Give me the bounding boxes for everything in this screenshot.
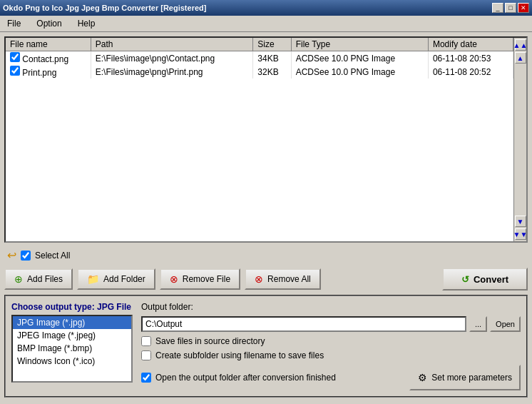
cell-size-1: 34KB — [253, 51, 291, 66]
table-row[interactable]: Contact.png E:\Files\image\png\Contact.p… — [6, 51, 513, 66]
file-table: File name Path Size File Type Modify dat… — [6, 38, 513, 241]
col-size: Size — [253, 38, 291, 51]
maximize-button[interactable]: □ — [505, 3, 516, 13]
col-filetype: File Type — [291, 38, 428, 51]
title-text: Okdo Png to Ico Jpg Jpeg Bmp Converter [… — [3, 4, 206, 12]
output-type-selected: JPG File — [97, 302, 131, 312]
open-button[interactable]: Open — [490, 316, 521, 332]
select-all-checkbox[interactable] — [21, 251, 31, 261]
scroll-top-button[interactable]: ▲▲ — [515, 39, 526, 51]
output-type-section: Choose output type: JPG File JPG Image (… — [11, 302, 133, 390]
create-subfolder-checkbox[interactable] — [141, 350, 151, 360]
output-type-label: Choose output type: JPG File — [11, 302, 133, 312]
convert-button[interactable]: ↺ Convert — [442, 268, 528, 291]
add-files-button[interactable]: ⊕ Add Files — [4, 268, 73, 290]
table-row[interactable]: Print.png E:\Files\image\png\Print.png 3… — [6, 65, 513, 79]
save-in-source-label: Save files in source directory — [155, 336, 265, 346]
toolbar: ⊕ Add Files 📁 Add Folder ⊗ Remove File ⊗… — [4, 268, 528, 291]
file-table-container: File name Path Size File Type Modify dat… — [4, 36, 528, 243]
menu-file[interactable]: File — [3, 17, 25, 30]
output-folder-input[interactable] — [141, 316, 466, 332]
back-folder-icon[interactable]: ↩ — [7, 248, 16, 262]
save-in-source-checkbox[interactable] — [141, 336, 151, 346]
bottom-panel: Choose output type: JPG File JPG Image (… — [4, 295, 528, 398]
list-item-bmp[interactable]: BMP Image (*.bmp) — [13, 342, 131, 355]
cell-filetype-1: ACDSee 10.0 PNG Image — [291, 51, 428, 66]
browse-button[interactable]: ... — [469, 316, 487, 332]
cell-filename-1: Contact.png — [6, 51, 91, 66]
col-path: Path — [91, 38, 253, 51]
title-bar: Okdo Png to Ico Jpg Jpeg Bmp Converter [… — [0, 0, 532, 16]
save-in-source-row: Save files in source directory — [141, 336, 521, 346]
list-item-jpg[interactable]: JPG Image (*.jpg) — [13, 316, 131, 329]
add-folder-button[interactable]: 📁 Add Folder — [77, 268, 155, 290]
list-item-jpeg[interactable]: JPEG Image (*.jpeg) — [13, 329, 131, 342]
close-button[interactable]: ✕ — [518, 3, 529, 13]
scroll-down-button[interactable]: ▼ — [515, 216, 526, 227]
open-after-conversion-checkbox[interactable] — [141, 373, 151, 383]
open-after-conversion-row: Open the output folder after conversion … — [141, 373, 336, 383]
minimize-button[interactable]: _ — [492, 3, 503, 13]
scroll-nav: ▲▲ ▲ ▼ ▼▼ — [513, 38, 526, 241]
row-checkbox-2[interactable] — [10, 66, 20, 76]
row-checkbox-1[interactable] — [10, 52, 20, 62]
cell-path-1: E:\Files\image\png\Contact.png — [91, 51, 253, 66]
scroll-up-button[interactable]: ▲ — [515, 52, 526, 64]
remove-all-button[interactable]: ⊗ Remove All — [245, 268, 321, 290]
menu-bar: File Option Help — [0, 16, 532, 32]
open-after-conversion-label: Open the output folder after conversion … — [155, 373, 336, 383]
set-more-params-button[interactable]: ⚙ Set more parameters — [409, 365, 521, 390]
col-modifydate: Modify date — [428, 38, 513, 51]
output-folder-section: Output folder: ... Open Save files in so… — [141, 302, 521, 390]
cell-date-2: 06-11-08 20:52 — [428, 65, 513, 79]
select-all-label: Select All — [35, 251, 70, 261]
title-bar-buttons: _ □ ✕ — [492, 3, 529, 13]
col-filename: File name — [6, 38, 91, 51]
create-subfolder-label: Create subfolder using filename to save … — [155, 350, 324, 360]
convert-icon: ↺ — [461, 274, 469, 285]
list-item-ico[interactable]: Windows Icon (*.ico) — [13, 355, 131, 368]
output-folder-row: ... Open — [141, 316, 521, 332]
output-type-listbox[interactable]: JPG Image (*.jpg) JPEG Image (*.jpeg) BM… — [11, 315, 133, 383]
add-folder-icon: 📁 — [87, 273, 99, 285]
remove-all-icon: ⊗ — [255, 273, 263, 285]
select-all-row: ↩ Select All — [4, 247, 528, 263]
cell-filetype-2: ACDSee 10.0 PNG Image — [291, 65, 428, 79]
gear-icon: ⚙ — [418, 372, 427, 383]
main-content: File name Path Size File Type Modify dat… — [0, 32, 532, 402]
remove-file-icon: ⊗ — [170, 273, 178, 285]
scroll-bottom-button[interactable]: ▼▼ — [515, 228, 526, 240]
cell-path-2: E:\Files\image\png\Print.png — [91, 65, 253, 79]
cell-filename-2: Print.png — [6, 65, 91, 79]
create-subfolder-row: Create subfolder using filename to save … — [141, 350, 521, 360]
cell-size-2: 32KB — [253, 65, 291, 79]
menu-help[interactable]: Help — [73, 17, 100, 30]
menu-option[interactable]: Option — [32, 17, 66, 30]
remove-file-button[interactable]: ⊗ Remove File — [160, 268, 240, 290]
add-files-icon: ⊕ — [14, 273, 23, 285]
cell-date-1: 06-11-08 20:53 — [428, 51, 513, 66]
output-folder-label: Output folder: — [141, 302, 521, 312]
